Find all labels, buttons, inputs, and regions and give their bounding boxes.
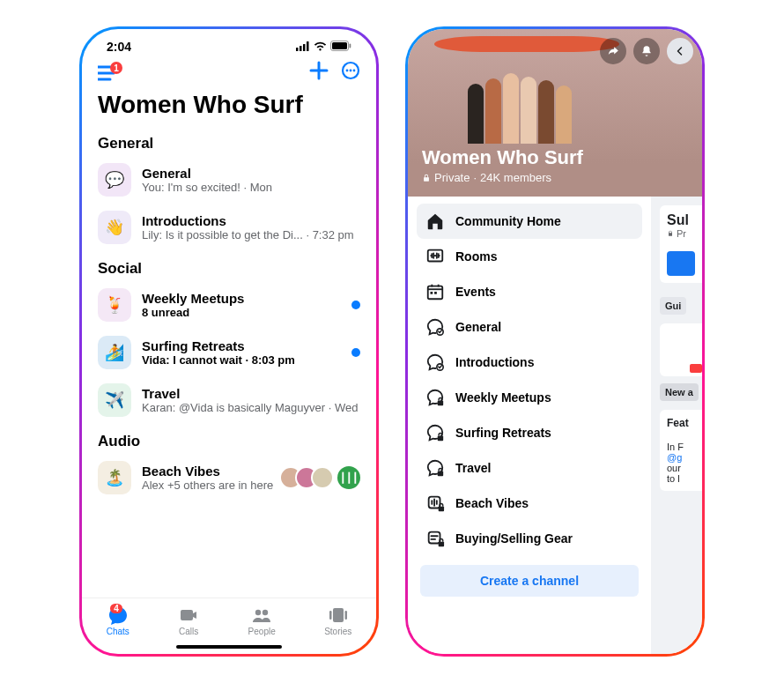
- drawer-item-label: Events: [455, 285, 496, 299]
- calls-icon: [178, 605, 199, 625]
- back-button[interactable]: [667, 38, 693, 64]
- chat-avatar: 👋: [98, 211, 131, 244]
- tab-calls[interactable]: Calls: [178, 605, 199, 636]
- svg-rect-32: [438, 436, 443, 442]
- chat-preview: Lily: Is it possible to get the Di... · …: [142, 228, 360, 241]
- community-drawer: Community HomeRoomsEventsGeneralIntroduc…: [408, 197, 651, 654]
- chat-lock-icon: [425, 388, 445, 407]
- cover-subtitle: Private · 24K members: [422, 171, 688, 184]
- svg-rect-2: [303, 44, 306, 51]
- cover-title: Women Who Surf: [422, 146, 688, 169]
- chat-name: General: [142, 166, 360, 181]
- status-time: 2:04: [107, 40, 131, 54]
- drawer-item-label: Travel: [455, 461, 491, 475]
- chat-name: Introductions: [142, 213, 360, 228]
- tab-label: Stories: [324, 627, 351, 636]
- drawer-item-label: General: [455, 320, 501, 334]
- people-icon: [251, 605, 272, 625]
- create-channel-button[interactable]: Create a channel: [420, 565, 639, 597]
- chat-avatar: 🏄: [98, 336, 131, 369]
- plus-icon: [309, 61, 329, 80]
- drawer-item[interactable]: Rooms: [417, 239, 642, 274]
- chat-avatar: 🍹: [98, 288, 131, 322]
- chat-preview: Karan: @Vida is basically Maguyver · Wed: [142, 401, 360, 414]
- drawer-item[interactable]: Events: [417, 274, 642, 309]
- chat-row[interactable]: 🏄Surfing RetreatsVida: I cannot wait · 8…: [82, 329, 376, 376]
- unread-dot: [351, 301, 360, 309]
- tab-label: Calls: [179, 627, 198, 636]
- svg-rect-0: [296, 48, 299, 51]
- svg-rect-25: [431, 292, 433, 294]
- svg-rect-42: [439, 542, 444, 547]
- chat-preview: 8 unread: [142, 306, 341, 319]
- cover: Women Who Surf Private · 24K members: [408, 29, 702, 197]
- section-title: Audio: [82, 424, 376, 454]
- lock-icon: [422, 174, 431, 182]
- more-button[interactable]: [341, 61, 360, 85]
- drawer-item[interactable]: Community Home: [417, 204, 642, 239]
- drawer-item[interactable]: Introductions: [417, 345, 642, 380]
- drawer-item-label: Rooms: [455, 249, 497, 264]
- chat-row[interactable]: 🏝️Beach VibesAlex +5 others are in here┃…: [82, 454, 376, 501]
- chat-preview: Vida: I cannot wait · 8:03 pm: [142, 353, 341, 367]
- messenger-phone: 2:04 1: [79, 26, 379, 657]
- drawer-item-label: Buying/Selling Gear: [455, 531, 573, 546]
- svg-rect-33: [438, 471, 443, 477]
- community-phone: Women Who Surf Private · 24K members Com…: [405, 26, 705, 657]
- tab-label: Chats: [107, 627, 129, 636]
- chat-name: Weekly Meetups: [142, 291, 341, 306]
- svg-rect-3: [307, 41, 309, 51]
- svg-rect-31: [438, 401, 443, 406]
- svg-point-13: [263, 610, 268, 615]
- tab-badge: 4: [110, 604, 122, 613]
- home-icon: [425, 212, 445, 231]
- chat-avatar: 💬: [98, 163, 131, 197]
- drawer-item[interactable]: General: [417, 309, 642, 345]
- chat-icon: [425, 317, 445, 337]
- tab-stories[interactable]: Stories: [324, 605, 351, 636]
- chat-row[interactable]: 💬GeneralYou: I'm so excited! · Mon: [82, 156, 376, 204]
- chat-name: Travel: [142, 386, 360, 401]
- unread-dot: [351, 348, 360, 357]
- svg-rect-15: [329, 611, 332, 620]
- svg-point-10: [353, 70, 356, 72]
- svg-rect-1: [300, 46, 302, 51]
- share-button[interactable]: [600, 38, 626, 64]
- chat-preview: Alex +5 others are in here: [142, 479, 276, 492]
- menu-badge: 1: [110, 62, 122, 74]
- sidebar-menu-button[interactable]: 1: [98, 65, 117, 81]
- drawer-item-label: Beach Vibes: [455, 496, 529, 510]
- audio-icon: [425, 494, 445, 513]
- svg-rect-5: [332, 42, 347, 49]
- svg-rect-39: [429, 532, 440, 544]
- drawer-item[interactable]: Travel: [417, 450, 642, 486]
- compose-button[interactable]: [309, 61, 329, 85]
- svg-point-12: [255, 610, 261, 615]
- chat-row[interactable]: ✈️TravelKaran: @Vida is basically Maguyv…: [82, 376, 376, 424]
- chat-row[interactable]: 🍹Weekly Meetups8 unread: [82, 281, 376, 329]
- tab-bar: Chats4CallsPeopleStories: [82, 598, 376, 642]
- drawer-item[interactable]: Beach Vibes: [417, 486, 642, 521]
- page-title: Women Who Surf: [82, 85, 376, 126]
- drawer-item[interactable]: Buying/Selling Gear: [417, 521, 642, 556]
- signal-icon: [296, 40, 310, 54]
- chat-name: Surfing Retreats: [142, 338, 341, 353]
- tab-chats[interactable]: Chats4: [107, 605, 129, 636]
- svg-point-9: [350, 70, 352, 72]
- stories-icon: [328, 605, 349, 625]
- drawer-item[interactable]: Surfing Retreats: [417, 415, 642, 450]
- drawer-item-label: Surfing Retreats: [455, 426, 551, 440]
- drawer-item[interactable]: Weekly Meetups: [417, 380, 642, 415]
- rooms-icon: [425, 247, 445, 266]
- chevron-left-icon: [675, 46, 685, 56]
- tab-people[interactable]: People: [248, 605, 276, 636]
- events-icon: [425, 282, 445, 301]
- battery-icon: [330, 40, 351, 54]
- svg-rect-26: [434, 292, 437, 294]
- chat-preview: You: I'm so excited! · Mon: [142, 181, 360, 194]
- notifications-button[interactable]: [633, 38, 660, 64]
- chat-lock-alt-icon: [425, 529, 445, 548]
- chat-row[interactable]: 👋IntroductionsLily: Is it possible to ge…: [82, 204, 376, 251]
- audio-wave-icon: ┃┃┃: [337, 466, 360, 489]
- background-peek: Sul Pr Gui New a Feat In F @g our: [651, 197, 702, 654]
